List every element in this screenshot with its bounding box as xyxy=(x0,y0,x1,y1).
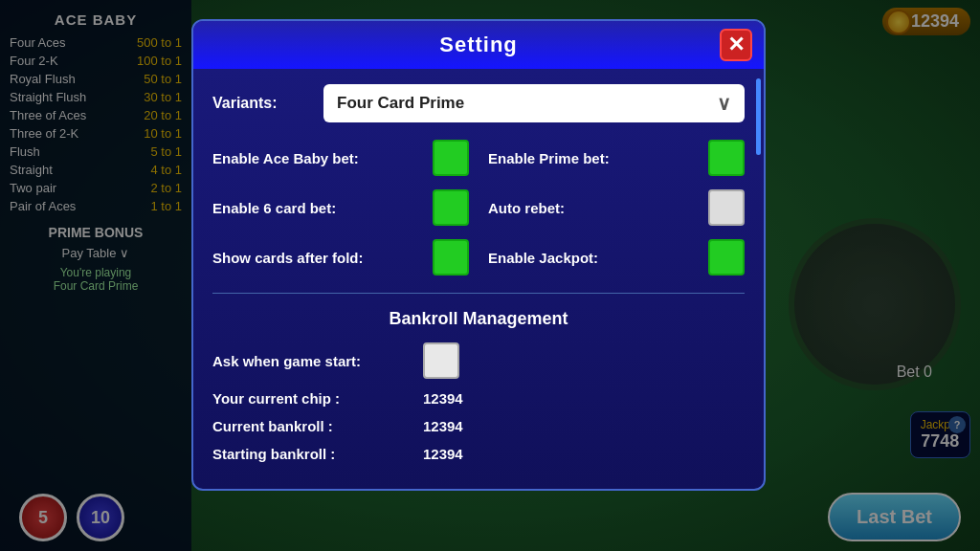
settings-modal: Setting ✕ Variants: Four Card Prime ∨ En… xyxy=(191,19,766,491)
setting-label-ace-baby-bet: Enable Ace Baby bet: xyxy=(212,150,423,166)
setting-item-auto-rebet: Auto rebet: xyxy=(488,189,745,226)
toggle-six-card-bet[interactable] xyxy=(433,189,469,226)
variants-row: Variants: Four Card Prime ∨ xyxy=(212,84,745,122)
bankroll-title: Bankroll Management xyxy=(212,309,745,329)
variants-label: Variants: xyxy=(212,95,308,112)
toggle-auto-rebet[interactable] xyxy=(708,189,745,226)
ask-when-start-toggle[interactable] xyxy=(423,342,459,379)
setting-label-auto-rebet: Auto rebet: xyxy=(488,200,699,216)
starting-bankroll-value: 12394 xyxy=(423,446,463,462)
setting-item-six-card-bet: Enable 6 card bet: xyxy=(212,189,469,226)
setting-label-prime-bet: Enable Prime bet: xyxy=(488,150,699,166)
starting-bankroll-row: Starting bankroll : 12394 xyxy=(212,446,745,462)
modal-title: Setting xyxy=(439,33,518,57)
toggle-show-cards[interactable] xyxy=(433,239,469,276)
setting-item-show-cards: Show cards after fold: xyxy=(212,239,469,276)
variants-dropdown[interactable]: Four Card Prime ∨ xyxy=(323,84,745,122)
modal-header: Setting ✕ xyxy=(193,21,764,69)
setting-item-jackpot: Enable Jackpot: xyxy=(488,239,745,276)
current-bankroll-value: 12394 xyxy=(423,418,463,434)
setting-label-jackpot: Enable Jackpot: xyxy=(488,250,699,266)
setting-label-show-cards: Show cards after fold: xyxy=(212,250,423,266)
current-chip-row: Your current chip : 12394 xyxy=(212,390,745,407)
settings-grid: Enable Ace Baby bet: Enable Prime bet: E… xyxy=(212,140,745,276)
toggle-ace-baby-bet[interactable] xyxy=(433,140,469,176)
current-bankroll-label: Current bankroll : xyxy=(212,418,423,434)
setting-label-six-card-bet: Enable 6 card bet: xyxy=(212,200,423,216)
ask-when-start-row: Ask when game start: xyxy=(212,342,745,379)
current-bankroll-row: Current bankroll : 12394 xyxy=(212,418,745,434)
current-chip-label: Your current chip : xyxy=(212,390,423,407)
chevron-down-icon: ∨ xyxy=(717,92,731,115)
ask-when-start-label: Ask when game start: xyxy=(212,353,423,369)
setting-item-prime-bet: Enable Prime bet: xyxy=(488,140,745,176)
modal-body: Variants: Four Card Prime ∨ Enable Ace B… xyxy=(193,69,764,489)
variants-value: Four Card Prime xyxy=(337,94,464,113)
scroll-indicator xyxy=(756,78,761,155)
divider xyxy=(212,293,745,294)
close-button[interactable]: ✕ xyxy=(720,29,752,61)
current-chip-value: 12394 xyxy=(423,390,463,407)
toggle-prime-bet[interactable] xyxy=(708,140,745,176)
setting-item-ace-baby-bet: Enable Ace Baby bet: xyxy=(212,140,469,176)
toggle-jackpot[interactable] xyxy=(708,239,745,276)
starting-bankroll-label: Starting bankroll : xyxy=(212,446,423,462)
